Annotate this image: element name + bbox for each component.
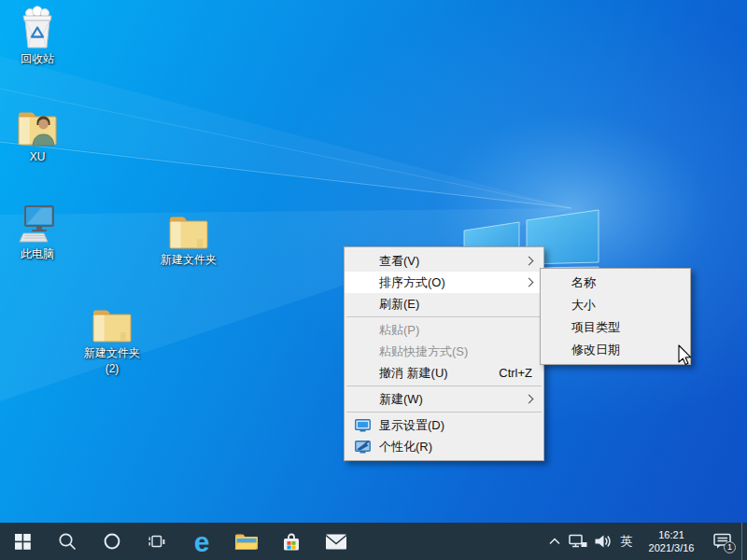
mail-icon	[325, 533, 347, 551]
menu-item-refresh[interactable]: 刷新(E)	[345, 293, 543, 315]
display-settings-icon	[355, 419, 371, 432]
menu-item-label: 新建(W)	[379, 391, 423, 408]
show-desktop-button[interactable]	[741, 523, 747, 560]
icon-label: 此电脑	[21, 247, 54, 262]
chevron-up-icon	[548, 536, 561, 547]
submenu-item-size[interactable]: 大小	[541, 294, 690, 316]
clock-date: 2021/3/16	[642, 541, 700, 554]
menu-item-label: 名称	[571, 274, 596, 291]
icon-label: 回收站	[21, 52, 54, 67]
menu-item-label: 撤消 新建(U)	[379, 365, 448, 382]
action-center-button[interactable]: 1	[704, 523, 741, 560]
volume-button[interactable]	[590, 523, 614, 560]
clock-time: 16:21	[642, 528, 700, 541]
menu-separator	[346, 385, 542, 386]
submenu-item-name[interactable]: 名称	[541, 272, 690, 294]
network-button[interactable]	[566, 523, 590, 560]
task-view-icon	[148, 532, 166, 551]
windows-logo-icon	[15, 534, 31, 550]
this-pc-icon	[17, 203, 58, 245]
desktop-icon-user-folder[interactable]: XU	[2, 108, 73, 165]
volume-icon	[594, 534, 612, 549]
folder-icon	[92, 306, 133, 343]
language-indicator[interactable]: 英	[614, 523, 639, 560]
store-icon	[280, 530, 303, 553]
desktop[interactable]: 回收站 XU 此电脑	[0, 0, 747, 560]
menu-item-display-settings[interactable]: 显示设置(D)	[345, 414, 543, 436]
user-folder-icon	[17, 108, 58, 147]
menu-separator	[346, 316, 542, 317]
language-label: 英	[621, 533, 633, 550]
menu-item-paste: 粘贴(P)	[345, 319, 543, 341]
icon-label: 新建文件夹	[84, 346, 140, 361]
icon-label: XU	[30, 150, 46, 165]
mail-button[interactable]	[314, 523, 359, 560]
menu-item-label: 大小	[571, 297, 596, 314]
desktop-icon-new-folder[interactable]: 新建文件夹	[153, 213, 224, 268]
menu-item-new[interactable]: 新建(W)	[345, 388, 543, 410]
edge-icon: e	[194, 529, 210, 554]
desktop-icon-recycle-bin[interactable]: 回收站	[2, 6, 73, 67]
menu-item-view[interactable]: 查看(V)	[345, 250, 543, 272]
file-explorer-button[interactable]	[224, 523, 269, 560]
cortana-icon	[103, 532, 121, 551]
desktop-icon-this-pc[interactable]: 此电脑	[2, 203, 73, 262]
mouse-cursor	[678, 344, 693, 367]
menu-item-label: 排序方式(O)	[379, 274, 445, 291]
search-icon	[58, 532, 77, 551]
menu-item-personalize[interactable]: 个性化(R)	[345, 436, 543, 457]
personalize-icon	[355, 441, 371, 454]
context-menu: 查看(V) 排序方式(O) 刷新(E) 粘贴(P) 粘贴快捷方式(S) 撤消 新…	[344, 246, 544, 461]
desktop-icon-new-folder-2[interactable]: 新建文件夹 (2)	[77, 306, 148, 376]
icon-label: 新建文件夹	[161, 253, 217, 268]
cortana-button[interactable]	[90, 523, 134, 560]
store-button[interactable]	[269, 523, 314, 560]
submenu-arrow-icon	[525, 257, 534, 266]
search-button[interactable]	[45, 523, 90, 560]
file-explorer-icon	[234, 532, 259, 552]
menu-item-undo-new[interactable]: 撤消 新建(U) Ctrl+Z	[345, 362, 543, 384]
menu-item-label: 粘贴快捷方式(S)	[379, 343, 468, 360]
tray-expand-button[interactable]	[543, 523, 566, 560]
menu-item-label: 粘贴(P)	[379, 322, 419, 339]
submenu-item-item-type[interactable]: 项目类型	[541, 316, 690, 339]
icon-label-line2: (2)	[106, 362, 120, 377]
submenu-arrow-icon	[525, 395, 534, 404]
menu-item-label: 查看(V)	[379, 253, 419, 270]
submenu-item-date-modified[interactable]: 修改日期	[541, 339, 690, 361]
menu-item-label: 刷新(E)	[379, 296, 419, 313]
menu-item-shortcut: Ctrl+Z	[499, 366, 532, 380]
network-icon	[569, 534, 587, 549]
edge-button[interactable]: e	[179, 523, 224, 560]
menu-item-label: 个性化(R)	[379, 439, 432, 455]
taskbar: e	[0, 523, 747, 560]
folder-icon	[168, 213, 209, 250]
notification-badge: 1	[724, 541, 736, 553]
menu-item-label: 项目类型	[571, 319, 620, 336]
menu-item-paste-shortcut: 粘贴快捷方式(S)	[345, 341, 543, 362]
menu-item-sort-by[interactable]: 排序方式(O)	[345, 272, 543, 293]
clock[interactable]: 16:21 2021/3/16	[642, 528, 700, 555]
start-button[interactable]	[0, 523, 45, 560]
menu-item-label: 显示设置(D)	[379, 417, 444, 434]
recycle-bin-icon	[20, 6, 55, 49]
sort-by-submenu: 名称 大小 项目类型 修改日期	[540, 268, 691, 365]
system-tray: 英 16:21 2021/3/16 1	[543, 523, 747, 560]
task-view-button[interactable]	[134, 523, 179, 560]
menu-separator	[346, 412, 542, 413]
submenu-arrow-icon	[525, 278, 534, 287]
menu-item-label: 修改日期	[571, 342, 620, 358]
